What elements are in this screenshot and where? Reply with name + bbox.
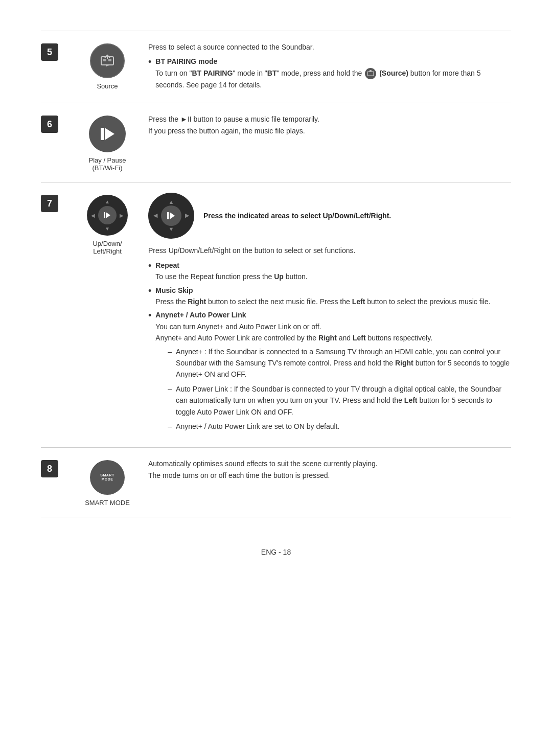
num-badge-5: 5 <box>41 43 58 61</box>
dpad-left-arrow: ◀ <box>91 213 95 218</box>
desc-col-5: Press to select a source connected to th… <box>143 41 511 93</box>
row-6: 6 Play / Pause(BT/Wi-Fi) Press the ►II b… <box>41 103 511 182</box>
icon-col-8: SMART MODE SMART MODE <box>72 458 143 507</box>
dpad-large-center <box>161 205 181 226</box>
dpad-large-down: ▼ <box>169 225 174 234</box>
smart-mode-icon: SMART MODE <box>90 460 125 495</box>
anynet-sub-3: – Anynet+ / Auto Power Link are set to O… <box>168 421 511 432</box>
svg-text:↵: ↵ <box>106 63 109 68</box>
smart-mode-text-1: SMART <box>100 473 114 477</box>
num-badge-7: 7 <box>41 195 58 212</box>
desc-col-6: Press the ►II button to pause a music fi… <box>143 113 511 140</box>
anynet-sub-2: – Auto Power Link : If the Soundbar is c… <box>168 383 511 418</box>
num-badge-8: 8 <box>41 460 58 477</box>
play-pause-label: Play / Pause(BT/Wi-Fi) <box>89 156 126 172</box>
updown-label: Up/Down/Left/Right <box>93 240 122 255</box>
dpad-center <box>98 206 117 224</box>
play-pause-icon <box>89 116 126 152</box>
anynet-sublist: – Anynet+ : If the Soundbar is connected… <box>155 346 511 432</box>
svg-rect-11 <box>104 212 105 218</box>
dpad-right-arrow: ▶ <box>120 213 124 218</box>
dpad-large-icon: ▲ ▼ ◀ ▶ <box>148 193 194 239</box>
num-col-7: 7 <box>41 193 72 212</box>
play-pause-svg <box>89 116 126 152</box>
smart-mode-text-2: MODE <box>102 477 113 482</box>
inline-source-svg <box>367 70 374 77</box>
anynet-sub-1-text: Anynet+ : If the Soundbar is connected t… <box>176 346 511 380</box>
repeat-bullet: • Repeat To use the Repeat function pres… <box>148 260 511 283</box>
dpad-caption-text: Press the indicated areas to select Up/D… <box>203 210 391 221</box>
desc-col-7: ▲ ▼ ◀ ▶ Press the indicated areas to sel… <box>143 193 511 437</box>
anynet-sub-3-text: Anynet+ / Auto Power Link are set to ON … <box>176 421 339 432</box>
source-label: Source <box>97 82 118 90</box>
svg-rect-9 <box>101 128 104 140</box>
icon-col-7: ▲ ▼ ◀ ▶ Up/Down/Left/Right <box>72 193 143 255</box>
anynet-sub-2-text: Auto Power Link : If the Soundbar is con… <box>176 383 511 418</box>
smartmode-intro: Automatically optimises sound effects to… <box>148 458 511 481</box>
dpad-icon: ▲ ▼ ◀ ▶ <box>87 195 128 236</box>
bullet-dot-3: • <box>148 309 151 322</box>
anynet-bullet: • Anynet+ / Auto Power Link You can turn… <box>148 309 511 435</box>
svg-rect-2 <box>108 59 111 61</box>
icon-col-6: Play / Pause(BT/Wi-Fi) <box>72 113 143 172</box>
updown-intro: Press Up/Down/Left/Right on the button t… <box>148 245 511 256</box>
svg-marker-10 <box>106 212 110 218</box>
row-8: 8 SMART MODE SMART MODE Automatically op… <box>41 448 511 517</box>
dpad-center-svg <box>102 210 112 220</box>
row-5: 5 ↵ Source Press to select a source con <box>41 31 511 103</box>
musicskip-text: Music Skip Press the Right button to sel… <box>155 285 490 308</box>
smart-mode-label: SMART MODE <box>85 499 130 507</box>
row-7: 7 ▲ ▼ ◀ ▶ <box>41 182 511 448</box>
svg-rect-5 <box>367 72 374 76</box>
page-content: 5 ↵ Source Press to select a source con <box>41 31 511 556</box>
source-icon: ↵ <box>90 43 125 78</box>
dash-1: – <box>168 346 172 357</box>
bullet-dot: • <box>148 260 151 272</box>
anynet-sub-1: – Anynet+ : If the Soundbar is connected… <box>168 346 511 380</box>
musicskip-bullet: • Music Skip Press the Right button to s… <box>148 285 511 308</box>
num-badge-6: 6 <box>41 116 58 133</box>
dash-3: – <box>168 421 172 432</box>
footer: ENG - 18 <box>41 548 511 556</box>
dpad-large-up: ▲ <box>169 198 174 207</box>
anynet-text: Anynet+ / Auto Power Link You can turn A… <box>155 309 511 435</box>
bullet-dot-2: • <box>148 285 151 297</box>
icon-col-5: ↵ Source <box>72 41 143 90</box>
svg-rect-13 <box>167 212 169 219</box>
repeat-text: Repeat To use the Repeat function press … <box>155 260 307 283</box>
source-bullet-1: • BT PAIRING mode To turn on "BT PAIRING… <box>148 56 511 90</box>
inline-source-icon <box>365 68 376 79</box>
table-wrapper: 5 ↵ Source Press to select a source con <box>41 31 511 517</box>
dash-2: – <box>168 383 172 395</box>
desc-col-8: Automatically optimises sound effects to… <box>143 458 511 484</box>
num-col-6: 6 <box>41 113 72 133</box>
source-svg-icon: ↵ <box>98 52 117 70</box>
dpad-up-arrow: ▲ <box>105 199 110 204</box>
dpad-large-left: ◀ <box>153 212 157 221</box>
source-bullet-text: BT PAIRING mode To turn on "BT PAIRING" … <box>155 56 511 90</box>
svg-marker-12 <box>170 212 175 219</box>
dpad-large-center-svg <box>166 210 177 221</box>
num-col-8: 8 <box>41 458 72 477</box>
num-col-5: 5 <box>41 41 72 61</box>
source-intro: Press to select a source connected to th… <box>148 41 511 53</box>
dpad-and-caption: ▲ ▼ ◀ ▶ Press the indicated areas to sel… <box>148 193 511 239</box>
bullet-dot: • <box>148 56 151 68</box>
svg-rect-1 <box>103 59 106 61</box>
dpad-large-right: ▶ <box>185 212 189 221</box>
dpad-down-arrow: ▼ <box>105 226 110 232</box>
playpause-intro: Press the ►II button to pause a music fi… <box>148 113 511 136</box>
